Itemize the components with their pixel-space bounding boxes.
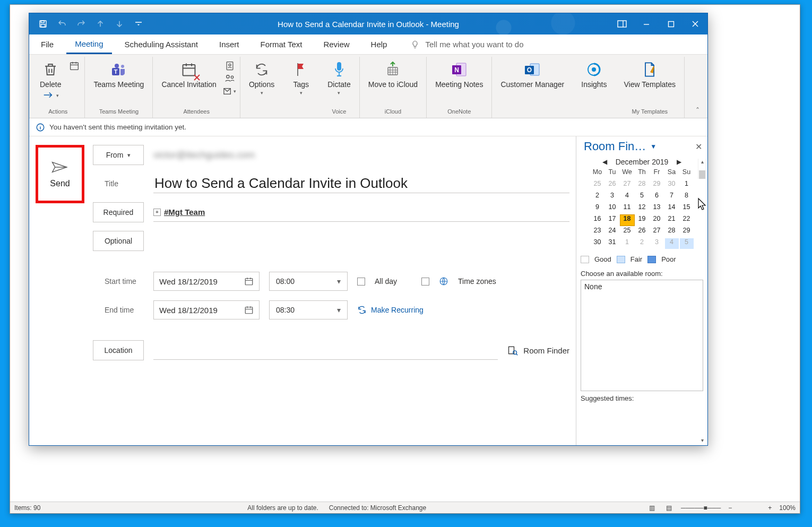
- mini-calendar[interactable]: MoTuWeThFrSaSu25262728293012345678910111…: [576, 167, 707, 252]
- cal-day[interactable]: 4: [620, 192, 634, 202]
- cal-day[interactable]: 1: [620, 238, 634, 249]
- allday-checkbox[interactable]: [357, 278, 365, 286]
- cal-day[interactable]: 5: [635, 192, 649, 202]
- start-date-input[interactable]: Wed 18/12/2019: [153, 272, 260, 291]
- tags-dropdown-icon[interactable]: ▾: [300, 90, 303, 96]
- dictate-dropdown-icon[interactable]: ▾: [338, 90, 340, 96]
- panel-dropdown-icon[interactable]: ▼: [650, 143, 656, 150]
- make-recurring-button[interactable]: Make Recurring: [357, 305, 424, 315]
- cal-day[interactable]: 19: [635, 215, 649, 226]
- location-input[interactable]: [153, 341, 498, 360]
- cal-day[interactable]: 28: [635, 180, 649, 191]
- redo-icon[interactable]: [72, 13, 91, 34]
- cal-day[interactable]: 10: [606, 203, 619, 214]
- cal-day[interactable]: 9: [591, 203, 604, 214]
- location-button[interactable]: Location: [93, 340, 144, 360]
- undo-icon[interactable]: [53, 13, 72, 34]
- cal-day[interactable]: 8: [680, 192, 694, 202]
- cal-day[interactable]: 5: [680, 238, 694, 249]
- tab-meeting[interactable]: Meeting: [66, 34, 111, 54]
- calendar-icon[interactable]: [244, 305, 254, 315]
- cal-day[interactable]: 22: [680, 215, 694, 226]
- tab-scheduling[interactable]: Scheduling Assistant: [116, 34, 206, 54]
- cal-day[interactable]: 17: [606, 215, 619, 226]
- required-button[interactable]: Required: [93, 202, 144, 222]
- cal-day[interactable]: 2: [591, 192, 604, 202]
- move-to-icloud-button[interactable]: Move to iCloud: [363, 58, 423, 107]
- cal-day[interactable]: 26: [635, 227, 649, 237]
- response-options-icon[interactable]: ▾: [223, 85, 237, 97]
- cal-day[interactable]: 29: [650, 180, 664, 191]
- tab-insert[interactable]: Insert: [211, 34, 248, 54]
- optional-button[interactable]: Optional: [93, 231, 144, 251]
- expand-group-icon[interactable]: +: [153, 209, 161, 216]
- title-input[interactable]: [153, 174, 569, 193]
- panel-scroll-down-icon[interactable]: ▾: [698, 437, 706, 443]
- cal-day[interactable]: 26: [606, 180, 619, 191]
- cal-day[interactable]: 14: [665, 203, 679, 214]
- zoom-plus-icon[interactable]: +: [768, 504, 772, 512]
- cal-day[interactable]: 23: [591, 227, 604, 237]
- save-icon[interactable]: [33, 13, 53, 34]
- list-item[interactable]: None: [584, 282, 699, 291]
- cal-day[interactable]: 25: [591, 180, 604, 191]
- cal-day[interactable]: 7: [665, 192, 679, 202]
- view-templates-button[interactable]: View Templates: [619, 58, 681, 107]
- cal-day[interactable]: 25: [620, 227, 634, 237]
- cal-day[interactable]: 27: [650, 227, 664, 237]
- cal-day[interactable]: 31: [606, 238, 619, 249]
- next-month-icon[interactable]: ▶: [677, 158, 681, 166]
- prev-month-icon[interactable]: ◀: [602, 158, 607, 166]
- prev-item-icon[interactable]: [91, 13, 110, 34]
- cal-day[interactable]: 20: [650, 215, 664, 226]
- qat-customize-icon[interactable]: [129, 13, 148, 34]
- cal-day[interactable]: 3: [606, 192, 619, 202]
- calendar-icon[interactable]: [244, 277, 254, 286]
- available-rooms-list[interactable]: None: [581, 280, 703, 391]
- cal-day[interactable]: 13: [650, 203, 664, 214]
- tab-help[interactable]: Help: [362, 34, 396, 54]
- customer-manager-button[interactable]: O Customer Manager: [495, 58, 569, 107]
- dropdown-icon[interactable]: ▾: [337, 277, 341, 286]
- meeting-notes-button[interactable]: N Meeting Notes: [430, 58, 488, 107]
- cal-day[interactable]: 15: [680, 203, 694, 214]
- start-time-input[interactable]: 08:00 ▾: [269, 272, 348, 291]
- address-book-icon[interactable]: [223, 60, 237, 72]
- zoom-slider[interactable]: ─────■───: [681, 504, 721, 512]
- maximize-icon[interactable]: [659, 13, 683, 34]
- cal-day[interactable]: 11: [620, 203, 634, 214]
- calendar-mini-icon[interactable]: [67, 60, 81, 72]
- cal-day[interactable]: 2: [635, 238, 649, 249]
- tab-format-text[interactable]: Format Text: [252, 34, 310, 54]
- cal-day[interactable]: 28: [665, 227, 679, 237]
- dictate-button[interactable]: Dictate ▾: [322, 58, 356, 107]
- from-button[interactable]: From ▾: [93, 145, 144, 165]
- cal-day[interactable]: 27: [620, 180, 634, 191]
- next-item-icon[interactable]: [110, 13, 129, 34]
- cal-day[interactable]: 1: [680, 180, 694, 191]
- end-time-input[interactable]: 08:30 ▾: [269, 300, 348, 319]
- timezones-checkbox[interactable]: [421, 278, 429, 286]
- dropdown-icon[interactable]: ▾: [337, 306, 341, 314]
- end-date-input[interactable]: Wed 18/12/2019: [153, 300, 260, 319]
- options-dropdown-icon[interactable]: ▾: [261, 90, 263, 96]
- cal-day[interactable]: 18: [620, 215, 634, 226]
- cal-day[interactable]: 29: [680, 227, 694, 237]
- delete-button[interactable]: Delete ▾: [34, 58, 66, 107]
- view-normal-icon[interactable]: ▥: [647, 504, 656, 512]
- view-reading-icon[interactable]: ▤: [664, 504, 673, 512]
- room-finder-button[interactable]: Room Finder: [507, 345, 569, 356]
- cal-day[interactable]: 24: [606, 227, 619, 237]
- panel-close-icon[interactable]: ✕: [695, 142, 702, 152]
- forward-dropdown-icon[interactable]: ▾: [56, 93, 59, 98]
- required-chip[interactable]: #Mgt Team: [164, 208, 205, 217]
- cal-day[interactable]: 6: [650, 192, 664, 202]
- required-input[interactable]: + #Mgt Team: [153, 203, 569, 222]
- cal-day[interactable]: 30: [665, 180, 679, 191]
- tab-file[interactable]: File: [32, 34, 62, 54]
- cal-day[interactable]: 30: [591, 238, 604, 249]
- tags-button[interactable]: Tags ▾: [286, 58, 316, 107]
- tab-review[interactable]: Review: [315, 34, 358, 54]
- tell-me-search[interactable]: Tell me what you want to do: [410, 34, 523, 54]
- options-button[interactable]: Options ▾: [244, 58, 280, 107]
